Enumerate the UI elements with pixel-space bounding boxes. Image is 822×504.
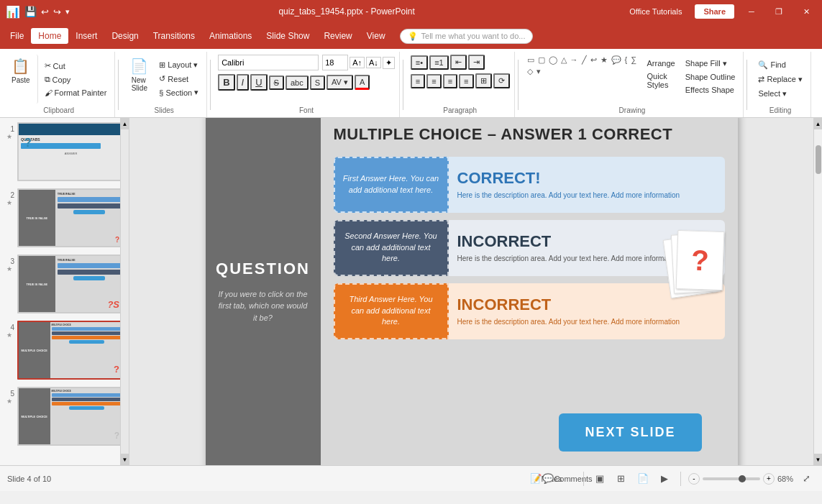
redo-btn[interactable]: ↪: [53, 6, 61, 17]
thumb-img-2[interactable]: TRUE IS FALSE TRUE/FALSE ?: [17, 188, 124, 247]
align-center-btn[interactable]: ≡: [426, 74, 441, 88]
share-btn[interactable]: Share: [695, 4, 734, 19]
oval-shape[interactable]: ◯: [547, 55, 559, 65]
menu-file[interactable]: File: [3, 28, 31, 44]
cut-btn[interactable]: ✂ Cut: [41, 60, 111, 72]
replace-btn[interactable]: ⇄ Replace ▾: [754, 73, 805, 86]
slide-sort-btn[interactable]: ⊞: [613, 470, 630, 487]
slide-canvas[interactable]: QUESTION If you were to click on the fir…: [206, 118, 738, 465]
right-arrow-shape[interactable]: →: [569, 55, 580, 65]
align-justify-btn[interactable]: ≡: [459, 74, 473, 88]
presentation-btn[interactable]: ▶: [656, 470, 673, 487]
office-tutorials-btn[interactable]: Office Tutorials: [624, 4, 688, 19]
menu-slideshow[interactable]: Slide Show: [259, 28, 316, 44]
effects-shape-btn[interactable]: Effects Shape: [682, 84, 739, 96]
format-painter-btn[interactable]: 🖌 Format Painter: [41, 87, 111, 98]
line-shape[interactable]: ╱: [580, 55, 588, 65]
zoom-slider[interactable]: [703, 477, 760, 480]
bent-arrow-shape[interactable]: ↩: [589, 55, 598, 65]
italic-btn[interactable]: I: [237, 74, 250, 91]
thumb-img-5[interactable]: MULTIPLE CHOICE MULTIPLE CHOICE ?: [17, 387, 124, 446]
arrange-btn[interactable]: Arrange: [644, 58, 679, 69]
align-left-btn[interactable]: ≡: [411, 74, 425, 88]
decrease-indent-btn[interactable]: ⇤: [450, 55, 467, 70]
reading-view-btn[interactable]: 📄: [634, 470, 652, 487]
undo-btn[interactable]: ↩: [41, 6, 49, 17]
scroll-up-btn[interactable]: ▲: [814, 118, 822, 129]
increase-indent-btn[interactable]: ⇥: [468, 55, 485, 70]
slide-thumb-3[interactable]: 3 ★ TRUE IS FALSE TRUE/FALSE ?S: [3, 253, 126, 315]
restore-btn[interactable]: ❐: [769, 1, 789, 22]
thumb-img-4[interactable]: MULTIPLE CHOICE MULTIPLE CHOICE ?: [17, 321, 124, 380]
zoom-level: 68%: [777, 475, 793, 483]
bold-btn[interactable]: B: [218, 74, 234, 91]
thumb-img-1[interactable]: QUIZ TABS ANSWER ?: [17, 122, 124, 181]
equation-shape[interactable]: ∑: [629, 55, 638, 65]
zoom-out-btn[interactable]: -: [688, 473, 700, 485]
shadow-btn[interactable]: S: [310, 75, 325, 90]
thumb-img-3[interactable]: TRUE IS FALSE TRUE/FALSE ?S: [17, 255, 124, 313]
menu-design[interactable]: Design: [104, 28, 145, 44]
copy-btn[interactable]: ⧉ Copy: [41, 73, 111, 86]
small-caps-btn[interactable]: abc: [286, 75, 309, 90]
scroll-down-btn[interactable]: ▼: [814, 454, 822, 465]
diamond-shape[interactable]: ◇: [526, 66, 534, 77]
slide-thumb-5[interactable]: 5 ★ MULTIPLE CHOICE MULTIPLE CHOICE: [3, 385, 126, 447]
slide-thumb-2[interactable]: 2 ★ TRUE IS FALSE TRUE/FALSE ?: [3, 187, 126, 249]
scrollbar-thumb[interactable]: [816, 145, 821, 174]
shape-outline-btn[interactable]: Shape Outline: [682, 71, 739, 83]
clear-format-btn[interactable]: ✦: [383, 57, 395, 69]
panel-scroll-down[interactable]: ▼: [121, 454, 129, 465]
strikethrough-btn[interactable]: S: [269, 75, 284, 90]
numbered-btn[interactable]: ≡1: [429, 55, 449, 70]
font-color-btn[interactable]: A: [355, 75, 370, 90]
menu-review[interactable]: Review: [316, 28, 359, 44]
panel-scroll-up[interactable]: ▲: [121, 118, 129, 129]
bracket-shape[interactable]: {: [624, 55, 629, 65]
rounded-rect-shape[interactable]: ▢: [536, 55, 547, 65]
triangle-shape[interactable]: △: [560, 55, 568, 65]
select-btn[interactable]: Select ▾: [754, 88, 805, 100]
minimize-btn[interactable]: ─: [741, 1, 762, 22]
zoom-in-btn[interactable]: +: [763, 473, 775, 485]
menu-home[interactable]: Home: [31, 28, 68, 44]
quick-styles-btn[interactable]: QuickStyles: [644, 70, 679, 91]
menu-view[interactable]: View: [360, 28, 393, 44]
new-slide-btn[interactable]: 📄 NewSlide: [126, 55, 152, 95]
menu-animations[interactable]: Animations: [202, 28, 259, 44]
text-dir-btn[interactable]: ⟳: [493, 73, 510, 88]
char-spacing-btn[interactable]: AV ▾: [326, 75, 353, 90]
paste-btn[interactable]: 📋 Paste: [7, 55, 38, 104]
comments-btn[interactable]: 💬 Comments: [559, 470, 576, 487]
star-shape[interactable]: ★: [599, 55, 609, 65]
menu-bar: File Home Insert Design Transitions Anim…: [0, 23, 822, 49]
reset-btn[interactable]: ↺ Reset: [155, 73, 202, 85]
tell-me-box[interactable]: 💡 Tell me what you want to do...: [400, 29, 534, 44]
zoom-slider-thumb[interactable]: [739, 475, 746, 482]
decrease-font-btn[interactable]: A↓: [366, 57, 381, 68]
normal-view-btn[interactable]: ▣: [591, 470, 608, 487]
rect-shape[interactable]: ▭: [526, 55, 536, 65]
find-btn[interactable]: 🔍 Find: [754, 59, 805, 71]
increase-font-btn[interactable]: A↑: [350, 57, 365, 68]
next-slide-btn[interactable]: NEXT SLIDE: [559, 413, 701, 452]
section-btn[interactable]: § Section ▾: [155, 86, 202, 98]
menu-insert[interactable]: Insert: [68, 28, 104, 44]
slide-thumb-1[interactable]: 1 ★ QUIZ TABS ANSWER ?: [3, 121, 126, 183]
close-btn[interactable]: ✕: [796, 1, 816, 22]
fit-slide-btn[interactable]: ⤢: [798, 470, 815, 487]
callout-shape[interactable]: 💬: [610, 55, 623, 65]
font-size-input[interactable]: [322, 55, 348, 70]
slide-thumb-4[interactable]: 4 ★ MULTIPLE CHOICE MULTIPLE CHOICE: [3, 319, 126, 381]
layout-btn[interactable]: ⊞ Layout ▾: [155, 59, 202, 71]
bullets-btn[interactable]: ≡•: [411, 55, 428, 70]
more-shapes[interactable]: ▾: [535, 66, 542, 77]
save-btn[interactable]: 💾: [24, 6, 37, 17]
answer-row-1[interactable]: First Answer Here. You can add additiona…: [334, 157, 725, 213]
font-name-input[interactable]: [218, 55, 319, 70]
menu-transitions[interactable]: Transitions: [146, 28, 202, 44]
shape-fill-btn[interactable]: Shape Fill ▾: [682, 58, 739, 70]
align-right-btn[interactable]: ≡: [443, 74, 457, 88]
col-btn[interactable]: ⊞: [475, 73, 492, 88]
underline-btn[interactable]: U: [250, 74, 267, 91]
